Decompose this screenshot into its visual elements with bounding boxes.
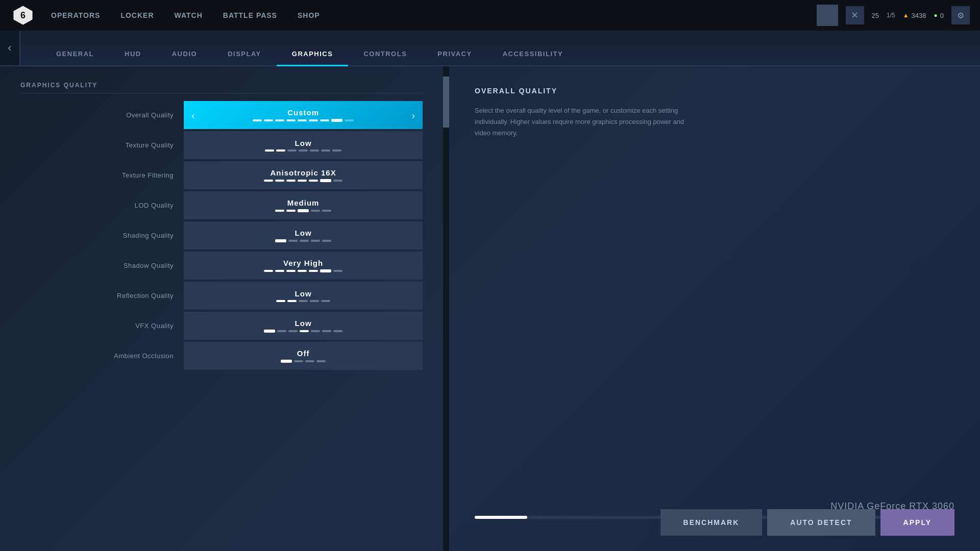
dot-tf-4 [298, 180, 307, 182]
main-content: GRAPHICS QUALITY Overall Quality ‹ Custo… [0, 66, 980, 551]
tab-accessibility[interactable]: ACCESSIBILITY [487, 43, 578, 66]
label-shadow-quality: Shadow Quality [20, 262, 184, 269]
game-logo: 6 [10, 3, 36, 28]
dot-ao-4 [316, 360, 326, 362]
setting-row-texture-quality: Texture Quality Low [20, 131, 423, 159]
nav-locker[interactable]: LOCKER [120, 11, 154, 19]
arrow-left-overall[interactable]: ‹ [191, 109, 195, 121]
control-texture-filtering[interactable]: Anisotropic 16X [184, 161, 423, 189]
control-shadow-quality[interactable]: Very High [184, 252, 423, 280]
dot-vq-2 [277, 330, 286, 332]
right-panel: OVERALL QUALITY Select the overall quali… [449, 66, 980, 551]
notifications-icon[interactable] [817, 5, 838, 26]
dot-tf-5 [309, 180, 318, 182]
dot-tq-5 [310, 149, 319, 152]
label-texture-filtering: Texture Filtering [20, 171, 184, 179]
dot-tq-3 [287, 149, 297, 152]
label-reflection-quality: Reflection Quality [20, 292, 184, 299]
top-navigation: OPERATORS LOCKER WATCH BATTLE PASS SHOP [51, 11, 801, 19]
tab-graphics[interactable]: GRAPHICS [277, 43, 349, 66]
dots-shading-quality [275, 239, 331, 242]
setting-row-shadow-quality: Shadow Quality Very High [20, 252, 423, 280]
nav-operators[interactable]: OPERATORS [51, 11, 100, 19]
dot-shq-4 [311, 240, 320, 242]
dot-shq-3 [300, 240, 309, 242]
dot-ao-2 [294, 360, 303, 362]
bottom-buttons: BENCHMARK AUTO DETECT APPLY [660, 509, 954, 536]
setting-row-shading-quality: Shading Quality Low [20, 221, 423, 249]
dot-tf-1 [264, 180, 273, 182]
tab-display[interactable]: DISPLAY [212, 43, 277, 66]
label-lod-quality: LOD Quality [20, 202, 184, 209]
operator-count: 1/5 [887, 12, 895, 19]
dot-lq-5 [322, 210, 331, 212]
setting-row-vfx-quality: VFX Quality Low [20, 312, 423, 340]
dot-rq-5 [321, 300, 330, 302]
value-ambient-occlusion: Off [297, 349, 310, 358]
dots-lod-quality [275, 209, 331, 212]
dot-tq-4 [299, 149, 308, 152]
r6-credits: ▲ 3438 [903, 12, 926, 19]
label-vfx-quality: VFX Quality [20, 322, 184, 330]
dot-4 [286, 119, 296, 121]
label-ambient-occlusion: Ambient Occlusion [20, 352, 184, 360]
control-lod-quality[interactable]: Medium [184, 191, 423, 219]
dot-shq-5 [322, 240, 331, 242]
scrollbar-thumb[interactable] [443, 77, 449, 128]
tab-controls[interactable]: CONTROLS [348, 43, 422, 66]
dot-tf-7 [333, 180, 342, 182]
nav-battlepass[interactable]: BATTLE PASS [223, 11, 277, 19]
dot-swq-3 [286, 270, 296, 272]
tab-audio[interactable]: AUDIO [157, 43, 212, 66]
dot-rq-2 [287, 300, 297, 302]
dot-shq-1 [275, 239, 286, 242]
value-overall-quality: Custom [287, 108, 319, 117]
nav-shop[interactable]: SHOP [298, 11, 320, 19]
control-overall-quality[interactable]: ‹ Custom › [184, 101, 423, 129]
dot-swq-7 [333, 270, 342, 272]
info-title: OVERALL QUALITY [475, 87, 954, 95]
dot-vq-4 [300, 330, 309, 332]
control-vfx-quality[interactable]: Low [184, 312, 423, 340]
dot-tq-2 [276, 149, 285, 152]
benchmark-button[interactable]: BENCHMARK [660, 509, 763, 536]
value-shadow-quality: Very High [283, 259, 323, 267]
dot-rq-3 [299, 300, 308, 302]
dots-ambient-occlusion [281, 360, 326, 363]
info-description: Select the overall quality level of the … [475, 105, 689, 139]
control-shading-quality[interactable]: Low [184, 221, 423, 249]
scrollbar-track[interactable] [443, 66, 449, 551]
alpha-packs: ● 0 [934, 12, 944, 19]
tab-hud[interactable]: HUD [109, 43, 157, 66]
settings-icon[interactable]: ⚙ [951, 6, 970, 24]
dot-swq-1 [264, 270, 273, 272]
dot-tf-3 [286, 180, 296, 182]
dot-vq-6 [322, 330, 331, 332]
value-lod-quality: Medium [287, 198, 320, 207]
nav-watch[interactable]: WATCH [175, 11, 203, 19]
dot-8 [331, 119, 342, 122]
dot-swq-5 [309, 270, 318, 272]
label-overall-quality: Overall Quality [20, 111, 184, 119]
dot-vq-7 [333, 330, 342, 332]
top-bar-right: ✕ 25 1/5 ▲ 3438 ● 0 ⚙ [817, 5, 970, 26]
auto-detect-button[interactable]: AUTO DETECT [767, 509, 875, 536]
arrow-right-overall[interactable]: › [412, 109, 415, 121]
tab-general[interactable]: GENERAL [41, 43, 109, 66]
dot-tq-1 [265, 149, 274, 152]
settings-tabbar: ‹ GENERAL HUD AUDIO DISPLAY GRAPHICS CON… [0, 31, 980, 66]
dots-overall-quality [253, 119, 354, 122]
top-bar: 6 OPERATORS LOCKER WATCH BATTLE PASS SHO… [0, 0, 980, 31]
control-ambient-occlusion[interactable]: Off [184, 342, 423, 370]
apply-button[interactable]: APPLY [880, 509, 954, 536]
control-texture-quality[interactable]: Low [184, 131, 423, 159]
dot-lq-2 [286, 210, 296, 212]
value-shading-quality: Low [295, 229, 312, 237]
back-button[interactable]: ‹ [0, 31, 20, 65]
control-reflection-quality[interactable]: Low [184, 282, 423, 310]
dots-texture-quality [265, 149, 341, 152]
setting-row-ambient-occlusion: Ambient Occlusion Off [20, 342, 423, 370]
tab-privacy[interactable]: PRIVACY [422, 43, 487, 66]
value-reflection-quality: Low [295, 289, 312, 298]
dot-tq-6 [321, 149, 330, 152]
